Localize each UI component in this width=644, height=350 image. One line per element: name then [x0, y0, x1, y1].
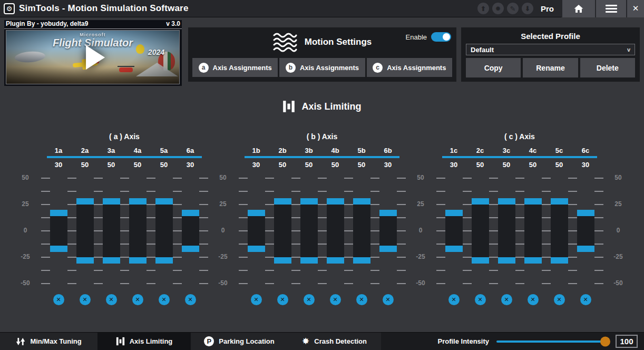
- channel-value: 30: [177, 161, 203, 169]
- axis-slider-1c: [445, 174, 463, 288]
- slider-handle-bottom[interactable]: [327, 257, 344, 264]
- slider-reset-button-1c[interactable]: ✕: [448, 294, 460, 305]
- slider-handle-top[interactable]: [577, 210, 594, 216]
- slider-handle-bottom[interactable]: [577, 246, 594, 252]
- group-underline: [442, 156, 597, 158]
- slider-handle-bottom[interactable]: [498, 257, 515, 264]
- slider-handle-bottom[interactable]: [445, 246, 463, 252]
- slider-handle-top[interactable]: [445, 210, 463, 216]
- slider-handle-bottom[interactable]: [472, 257, 489, 264]
- tick-mark: [318, 270, 327, 271]
- tick-mark: [94, 191, 103, 192]
- slider-reset-button-5c[interactable]: ✕: [554, 294, 565, 305]
- slider-reset-button-3a[interactable]: ✕: [106, 294, 117, 305]
- pro-badge: Pro: [541, 4, 554, 13]
- profile-select[interactable]: Default v: [466, 44, 635, 55]
- slider-handle-top[interactable]: [248, 210, 265, 216]
- profile-intensity-slider[interactable]: [496, 341, 608, 343]
- slider-reset-button-2c[interactable]: ✕: [475, 294, 486, 305]
- slider-handle-bottom[interactable]: [76, 257, 94, 264]
- slider-reset-button-6b[interactable]: ✕: [383, 294, 394, 305]
- axis-assignments-button-c[interactable]: cAxis Assignments: [367, 58, 452, 77]
- tick-mark: [568, 178, 577, 179]
- slider-handle-bottom[interactable]: [103, 257, 120, 264]
- slider-reset-button-4b[interactable]: ✕: [330, 294, 341, 305]
- close-button[interactable]: ✕: [626, 0, 644, 17]
- slider-handle-bottom[interactable]: [248, 246, 265, 252]
- tab-min-max-tuning[interactable]: Min/Max Tuning: [0, 333, 97, 350]
- slider-reset-button-3b[interactable]: ✕: [304, 294, 315, 305]
- slider-reset-button-6c[interactable]: ✕: [580, 294, 591, 305]
- slider-handle-bottom[interactable]: [155, 257, 173, 264]
- tick-mark: [397, 270, 406, 271]
- tick-mark: [94, 230, 103, 231]
- slider-handle-top[interactable]: [379, 210, 397, 216]
- slider-handle-top[interactable]: [129, 198, 147, 205]
- play-button[interactable]: [86, 45, 105, 70]
- slider-handle-top[interactable]: [472, 198, 489, 205]
- slider-bar: [524, 205, 542, 257]
- tick-mark: [120, 217, 129, 218]
- tick-mark: [370, 230, 379, 231]
- slider-handle-bottom[interactable]: [182, 246, 199, 252]
- tick-mark: [489, 178, 498, 179]
- slider-reset-button-5a[interactable]: ✕: [159, 294, 170, 305]
- tick-mark: [515, 257, 524, 258]
- axis-assignments-button-a[interactable]: aAxis Assignments: [192, 58, 278, 77]
- slider-handle-top[interactable]: [182, 210, 199, 216]
- slider-reset-button-5b[interactable]: ✕: [356, 294, 367, 305]
- slider-handle-bottom[interactable]: [129, 257, 147, 264]
- slider-handle-top[interactable]: [76, 198, 94, 205]
- copy-profile-button[interactable]: Copy: [466, 58, 521, 77]
- slider-handle-top[interactable]: [524, 198, 542, 205]
- slider-handle-top[interactable]: [155, 198, 173, 205]
- parking-icon: P: [204, 336, 214, 346]
- slider-handle-bottom[interactable]: [353, 257, 370, 264]
- slider-reset-button-1b[interactable]: ✕: [251, 294, 262, 305]
- slider-reset-button-2b[interactable]: ✕: [277, 294, 288, 305]
- slider-handle-bottom[interactable]: [379, 246, 397, 252]
- slider-handle-top[interactable]: [300, 198, 318, 205]
- axis-group-title: ( b ) Axis: [243, 132, 401, 141]
- close-icon: ✕: [632, 4, 639, 13]
- slider-handle-top[interactable]: [274, 198, 291, 205]
- scale-label: -25: [14, 253, 37, 260]
- slider-handle-top[interactable]: [103, 198, 120, 205]
- axis-assignments-button-b[interactable]: bAxis Assignments: [279, 58, 365, 77]
- rename-profile-button[interactable]: Rename: [523, 58, 578, 77]
- slider-handle-top[interactable]: [327, 198, 344, 205]
- enable-toggle[interactable]: [431, 32, 451, 42]
- slider-handle-top[interactable]: [551, 198, 568, 205]
- slider-handle-bottom[interactable]: [551, 257, 568, 264]
- home-button[interactable]: [561, 0, 595, 17]
- slider-reset-button-6a[interactable]: ✕: [185, 294, 196, 305]
- slider-handle-top[interactable]: [498, 198, 515, 205]
- tick-mark: [199, 191, 208, 192]
- tab-axis-limiting[interactable]: Axis Limiting: [97, 333, 191, 350]
- slider-handle-bottom[interactable]: [274, 257, 291, 264]
- axis-slider-3c: [498, 174, 515, 288]
- slider-reset-button-1a[interactable]: ✕: [53, 294, 64, 305]
- slider-handle-bottom[interactable]: [50, 246, 67, 252]
- tab-parking-location[interactable]: PParking Location: [191, 333, 288, 350]
- axis-slider-6a: [182, 174, 199, 288]
- axis-limiting-heading: Axis Limiting: [0, 100, 644, 113]
- menu-button[interactable]: [595, 0, 626, 17]
- intensity-knob[interactable]: [600, 336, 610, 346]
- tick-mark: [397, 257, 406, 258]
- slider-handle-top[interactable]: [50, 210, 67, 216]
- x-icon: ✕: [530, 296, 535, 303]
- slider-reset-button-4c[interactable]: ✕: [528, 294, 539, 305]
- tick-mark: [594, 230, 603, 231]
- tick-mark: [463, 244, 472, 245]
- slider-reset-button-4a[interactable]: ✕: [132, 294, 143, 305]
- tick-mark: [318, 191, 327, 192]
- slider-handle-bottom[interactable]: [524, 257, 542, 264]
- channel-value: 50: [467, 161, 493, 169]
- delete-profile-button[interactable]: Delete: [580, 58, 635, 77]
- slider-handle-top[interactable]: [353, 198, 370, 205]
- slider-reset-button-3c[interactable]: ✕: [501, 294, 512, 305]
- slider-reset-button-2a[interactable]: ✕: [80, 294, 91, 305]
- slider-handle-bottom[interactable]: [300, 257, 318, 264]
- tab-crash-detection[interactable]: ✸Crash Detection: [288, 333, 381, 350]
